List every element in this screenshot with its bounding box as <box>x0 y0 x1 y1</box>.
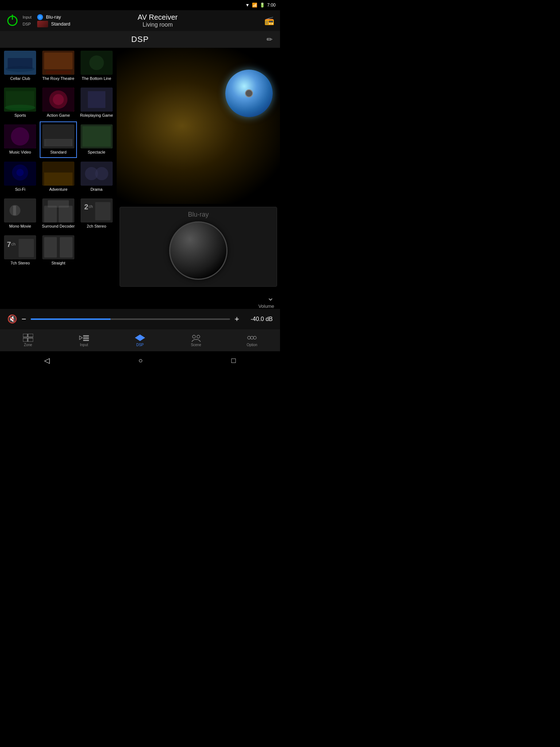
svg-rect-47 <box>44 237 57 258</box>
zone-icon <box>23 334 33 342</box>
dsp-item-cellar-club[interactable]: Cellar Club <box>1 48 39 84</box>
svg-point-61 <box>250 336 253 339</box>
svg-rect-27 <box>44 173 73 186</box>
dsp-thumb-rpg <box>81 88 113 112</box>
disc-visual <box>225 70 273 117</box>
dsp-label-mono-movie: Mono Movie <box>9 224 31 229</box>
background-visual <box>117 48 280 204</box>
dsp-label-action-game: Action Game <box>47 113 70 118</box>
svg-rect-41 <box>95 202 110 220</box>
svg-rect-45 <box>19 239 34 257</box>
dsp-grid-panel: Cellar Club The Roxy Theatre The Bottom … <box>0 48 117 309</box>
dsp-value: Standard <box>51 21 70 27</box>
dsp-label-2ch-stereo: 2ch Stereo <box>87 224 106 229</box>
volume-bar-section: 🔇 − + -40.0 dB <box>0 309 280 329</box>
dsp-thumb-roxy-theatre <box>42 51 74 75</box>
dsp-thumbnail <box>37 21 48 27</box>
volume-minus-button[interactable]: − <box>22 314 26 324</box>
dsp-panel-title: DSP <box>131 35 149 44</box>
volume-slider[interactable] <box>31 318 230 320</box>
dsp-item-mono-movie[interactable]: Mono Movie <box>1 196 39 232</box>
dsp-label-7ch-stereo: 7ch Stereo <box>11 261 30 266</box>
dsp-item-drama[interactable]: Drama <box>78 159 115 195</box>
dsp-label-cellar-club: Cellar Club <box>10 76 30 81</box>
home-button[interactable]: ○ <box>138 356 143 365</box>
scene-icon <box>191 334 201 342</box>
dsp-item-music-video[interactable]: Music Video <box>1 121 39 158</box>
dsp-label-bottom-line: The Bottom Line <box>82 76 111 81</box>
nav-item-option[interactable]: Option <box>224 329 280 351</box>
system-nav: ◁ ○ □ <box>0 351 280 369</box>
volume-plus-button[interactable]: + <box>234 314 239 324</box>
nav-item-zone[interactable]: Zone <box>0 329 56 351</box>
dsp-item-rpg[interactable]: Roleplaying Game <box>78 85 115 121</box>
dsp-item-2ch-stereo[interactable]: 2ch 2ch Stereo <box>78 196 115 232</box>
svg-rect-35 <box>44 206 57 222</box>
dsp-item-spectacle[interactable]: Spectacle <box>78 121 115 158</box>
svg-rect-5 <box>46 71 71 74</box>
nav-label-option: Option <box>246 343 257 347</box>
dsp-item-sports[interactable]: Sports <box>1 85 39 121</box>
svg-marker-57 <box>135 334 145 341</box>
volume-knob[interactable] <box>169 221 228 280</box>
svg-rect-52 <box>28 338 33 342</box>
volume-knob-container <box>124 221 273 280</box>
svg-text:2: 2 <box>84 203 88 211</box>
nav-item-dsp[interactable]: DSP <box>112 329 168 351</box>
svg-rect-51 <box>23 338 27 342</box>
svg-text:ch: ch <box>11 242 16 246</box>
mute-icon[interactable]: 🔇 <box>7 314 17 324</box>
svg-rect-2 <box>8 58 32 69</box>
svg-rect-56 <box>83 340 89 341</box>
svg-rect-22 <box>82 126 111 147</box>
dsp-item-7ch-stereo[interactable]: 7ch 7ch Stereo <box>1 232 39 268</box>
signal-icon: 📶 <box>252 3 257 8</box>
room-name: Living room <box>138 22 178 28</box>
dsp-label-adventure: Adventure <box>49 187 67 192</box>
dsp-item-roxy-theatre[interactable]: The Roxy Theatre <box>40 48 77 84</box>
svg-point-30 <box>95 167 108 180</box>
svg-marker-53 <box>79 336 82 340</box>
svg-rect-36 <box>59 206 73 222</box>
nav-label-zone: Zone <box>24 343 32 347</box>
dsp-label: DSP <box>23 22 34 26</box>
nav-item-input[interactable]: Input <box>56 329 112 351</box>
dsp-item-action-game[interactable]: Action Game <box>40 85 77 121</box>
dsp-thumb-cellar-club <box>4 51 36 75</box>
dsp-thumb-surround-decoder <box>42 198 74 222</box>
bluray-disc <box>225 70 273 117</box>
back-button[interactable]: ◁ <box>44 356 50 365</box>
dsp-item-adventure[interactable]: Adventure <box>40 159 77 195</box>
dsp-label-rpg: Roleplaying Game <box>80 113 113 118</box>
music-streaming-icon: 📻 <box>264 16 274 26</box>
dsp-item-standard[interactable]: Standard <box>40 121 77 158</box>
dsp-item-surround-decoder[interactable]: Surround Decoder <box>40 196 77 232</box>
dsp-thumb-spectacle <box>81 124 113 148</box>
header-info: Input Blu-ray DSP Standard <box>23 14 70 27</box>
svg-point-13 <box>53 94 64 105</box>
dsp-item-scifi[interactable]: Sci-Fi <box>1 159 39 195</box>
nav-item-scene[interactable]: Scene <box>168 329 224 351</box>
svg-rect-20 <box>46 140 71 146</box>
dsp-thumb-scifi <box>4 162 36 186</box>
recent-button[interactable]: □ <box>231 356 236 365</box>
dsp-thumb-sports <box>4 88 36 112</box>
dsp-thumb-drama <box>81 162 113 186</box>
edit-icon[interactable]: ✏ <box>267 35 273 44</box>
volume-chevron-area[interactable]: ⌄ Volume <box>117 290 280 309</box>
dsp-item-bottom-line[interactable]: The Bottom Line <box>78 48 115 84</box>
dsp-thumb-2ch-stereo: 2ch <box>81 198 113 222</box>
dsp-thumb-standard <box>42 124 74 148</box>
dsp-item-straight[interactable]: Straight <box>40 232 77 268</box>
svg-rect-4 <box>44 53 73 69</box>
power-button[interactable] <box>6 14 19 27</box>
power-icon <box>7 16 18 26</box>
dsp-label-sports: Sports <box>14 113 26 118</box>
svg-text:ch: ch <box>89 204 93 209</box>
svg-point-60 <box>248 336 250 339</box>
volume-section: Blu-ray <box>120 207 277 287</box>
nav-label-input: Input <box>80 343 88 347</box>
input-label: Input <box>23 15 34 19</box>
svg-rect-50 <box>28 334 33 337</box>
svg-rect-15 <box>88 91 105 108</box>
